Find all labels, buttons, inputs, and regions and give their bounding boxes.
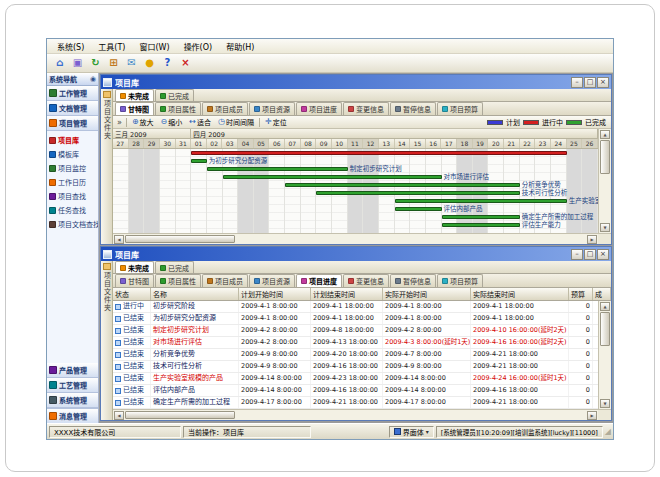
table-row-5[interactable]: 已结束技术可行性分析2009-4-9 8:00:002009-4-16 18:0… — [113, 361, 598, 373]
column-header-5[interactable]: 实际结束时间 — [471, 288, 569, 300]
table-row-6[interactable]: 已结束生产实验室规模的产品2009-4-14 8:00:002009-4-23 … — [113, 373, 598, 385]
sidebar-group-4[interactable]: 工艺管理 — [47, 378, 98, 393]
scroll-up-icon[interactable]: ▲ — [600, 130, 610, 139]
tab-4[interactable]: 项目进度 — [296, 102, 342, 115]
minimize-button[interactable]: – — [571, 77, 583, 88]
tab-6[interactable]: 暂停信息 — [390, 274, 436, 287]
restore-button[interactable]: □ — [584, 249, 596, 260]
vertical-scrollbar[interactable]: ▲ ▼ — [598, 301, 611, 409]
menu-item-0[interactable]: 系统(S) — [51, 40, 90, 53]
tab-0[interactable]: 甘特图 — [115, 102, 154, 115]
sidebar-group-2[interactable]: 项目管理 — [47, 116, 98, 131]
gantt-bar-1[interactable] — [191, 159, 207, 163]
tab-5[interactable]: 变更信息 — [343, 102, 389, 115]
tab-4[interactable]: 项目进度 — [296, 274, 342, 287]
menu-item-2[interactable]: 窗口(W) — [133, 40, 175, 53]
fit-button[interactable]: ↔ 适合 — [187, 117, 213, 127]
lock-button[interactable]: ● — [142, 56, 157, 71]
mail-button[interactable]: ✉ — [124, 56, 139, 71]
sidebar-item-3[interactable]: 工作日历 — [47, 175, 98, 189]
column-header-0[interactable]: 状态 — [113, 288, 151, 300]
horizontal-scrollbar[interactable]: ◀ ▶ — [113, 234, 598, 244]
sidebar-group-0[interactable]: 工作管理 — [47, 86, 98, 101]
table-row-3[interactable]: 已结束对市场进行评估2009-4-2 8:00:002009-4-13 18:0… — [113, 337, 598, 349]
table-row-1[interactable]: 已结束为初步研究分配资源2009-4-1 8:00:002009-4-1 18:… — [113, 313, 598, 325]
tab-6[interactable]: 暂停信息 — [390, 102, 436, 115]
tab-3[interactable]: 项目资源 — [249, 102, 295, 115]
table-row-0[interactable]: 进行中初步研究阶段2009-4-1 8:00:002009-4-1 18:00:… — [113, 301, 598, 313]
view-tab-0[interactable]: 未完成 — [115, 89, 154, 101]
sidebar-item-5[interactable]: 任务查找 — [47, 203, 98, 217]
tab-2[interactable]: 项目成员 — [202, 102, 248, 115]
column-header-3[interactable]: 计划结束时间 — [311, 288, 383, 300]
table-row-7[interactable]: 已结束评估内部产品2009-4-14 8:00:002009-4-16 18:0… — [113, 385, 598, 397]
scrollbar-thumb[interactable] — [600, 312, 610, 346]
tab-3[interactable]: 项目资源 — [249, 274, 295, 287]
menu-item-1[interactable]: 工具(T) — [92, 40, 131, 53]
windows-button[interactable]: ▣ — [70, 56, 85, 71]
column-header-4[interactable]: 实际开始时间 — [383, 288, 471, 300]
column-header-2[interactable]: 计划开始时间 — [239, 288, 311, 300]
close-button[interactable]: × — [597, 249, 609, 260]
sidebar-tab-messages[interactable]: 消息管理 — [47, 408, 98, 423]
sidebar-group-3[interactable]: 产品管理 — [47, 363, 98, 378]
exit-button[interactable]: × — [178, 56, 193, 71]
window-titlebar[interactable]: 项目库 –□× — [101, 75, 611, 89]
menu-item-4[interactable]: 帮助(H) — [220, 40, 260, 53]
close-button[interactable]: × — [597, 77, 609, 88]
zoom-in-button[interactable]: ⊕ 放大 — [130, 117, 156, 127]
gantt-bar-0[interactable] — [191, 151, 566, 155]
tab-0[interactable]: 甘特图 — [115, 274, 154, 287]
table-row-8[interactable]: 已结束确定生产所需的加工过程2009-4-17 8:00:002009-4-21… — [113, 397, 598, 409]
sidebar-item-1[interactable]: 模板库 — [47, 147, 98, 161]
scrollbar-thumb[interactable] — [125, 235, 235, 243]
scrollbar-thumb[interactable] — [125, 411, 235, 419]
gantt-bar-7[interactable] — [395, 207, 442, 211]
scroll-up-icon[interactable]: ▲ — [600, 302, 610, 311]
tab-1[interactable]: 项目属性 — [155, 274, 201, 287]
refresh-button[interactable]: ↻ — [88, 56, 103, 71]
settings-button[interactable]: ⊞ — [106, 56, 121, 71]
tab-5[interactable]: 变更信息 — [343, 274, 389, 287]
table-row-4[interactable]: 已结束分析竞争优势2009-4-9 8:00:002009-4-20 18:00… — [113, 349, 598, 361]
scroll-right-icon[interactable]: ▶ — [587, 411, 597, 420]
desktop-button[interactable]: ⌂ — [52, 56, 67, 71]
column-header-7[interactable]: 成 — [593, 288, 611, 300]
folder-vertical-tab[interactable]: 项目文件夹 — [101, 261, 113, 420]
sidebar-item-2[interactable]: 项目监控 — [47, 161, 98, 175]
gantt-bar-8[interactable] — [442, 215, 520, 219]
horizontal-scrollbar[interactable]: ◀ ▶ — [113, 410, 598, 420]
tab-1[interactable]: 项目属性 — [155, 102, 201, 115]
sidebar-item-0[interactable]: 项目库 — [47, 133, 98, 147]
scroll-down-icon[interactable]: ▼ — [600, 399, 610, 408]
sidebar-item-6[interactable]: 项目文档查找 — [47, 217, 98, 231]
window-titlebar[interactable]: 项目库 –□× — [101, 247, 611, 261]
column-header-1[interactable]: 名称 — [151, 288, 239, 300]
scroll-down-icon[interactable]: ▼ — [600, 223, 610, 232]
time-interval-button[interactable]: ◷ 时间间隔 — [216, 117, 256, 127]
gantt-bar-3[interactable] — [223, 175, 442, 179]
scroll-left-icon[interactable]: ◀ — [114, 235, 124, 244]
gantt-bar-4[interactable] — [285, 183, 520, 187]
menu-item-3[interactable]: 操作(O) — [178, 40, 219, 53]
table-row-2[interactable]: 已结束制定初步研究计划2009-4-2 8:00:002009-4-8 18:0… — [113, 325, 598, 337]
scrollbar-thumb[interactable] — [600, 140, 610, 174]
locate-button[interactable]: ✛ 定位 — [263, 117, 289, 127]
view-tab-1[interactable]: 已完成 — [155, 89, 194, 101]
gantt-bar-9[interactable] — [442, 223, 520, 227]
tab-7[interactable]: 项目预算 — [437, 274, 483, 287]
sidebar-item-4[interactable]: 项目查找 — [47, 189, 98, 203]
tab-2[interactable]: 项目成员 — [202, 274, 248, 287]
view-tab-0[interactable]: 未完成 — [115, 261, 154, 273]
tab-7[interactable]: 项目预算 — [437, 102, 483, 115]
scroll-right-icon[interactable]: ▶ — [587, 235, 597, 244]
gantt-bar-6[interactable] — [395, 199, 567, 203]
resize-grip-icon[interactable]: ◢ — [605, 428, 611, 436]
sidebar-group-5[interactable]: 系统管理 — [47, 393, 98, 408]
gantt-bar-5[interactable] — [316, 191, 519, 195]
view-tab-1[interactable]: 已完成 — [155, 261, 194, 273]
zoom-out-button[interactable]: ⊖ 缩小 — [159, 117, 185, 127]
sidebar-group-1[interactable]: 文档管理 — [47, 101, 98, 116]
help-button[interactable]: ? — [160, 56, 175, 71]
column-header-6[interactable]: 预算 — [569, 288, 593, 300]
